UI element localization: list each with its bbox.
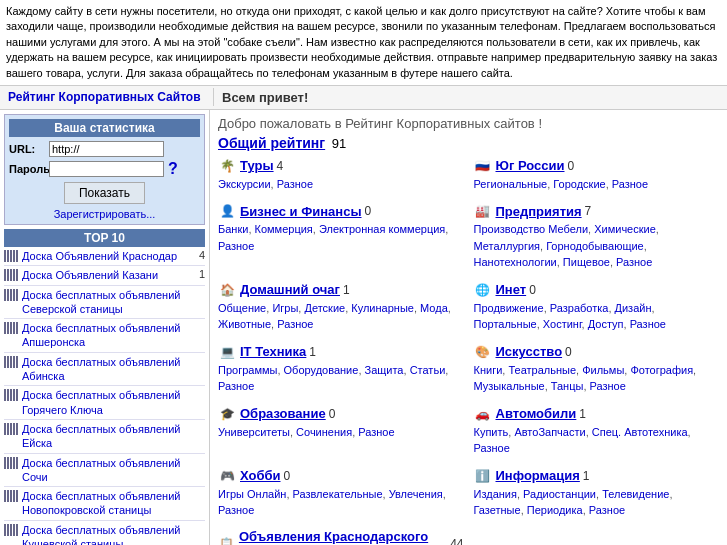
cat-link[interactable]: Разное <box>218 504 254 516</box>
cat-title[interactable]: Информация <box>496 468 580 483</box>
cat-link[interactable]: Животные <box>218 318 271 330</box>
cat-link[interactable]: Нанотехнологии <box>474 256 557 268</box>
cat-link[interactable]: Разное <box>616 256 652 268</box>
cat-link[interactable]: Фотография <box>630 364 693 376</box>
cat-title[interactable]: Объявления Краснодарского края <box>239 529 447 545</box>
cat-link[interactable]: Сочинения <box>296 426 352 438</box>
cat-link[interactable]: Разное <box>474 442 510 454</box>
cat-title[interactable]: Бизнес и Финансы <box>240 204 362 219</box>
cat-link[interactable]: Игры <box>272 302 298 314</box>
cat-link[interactable]: Игры Онлайн <box>218 488 286 500</box>
cat-link[interactable]: Телевидение <box>602 488 669 500</box>
cat-link[interactable]: Хостинг <box>543 318 582 330</box>
cat-links: Книги, Театральные, Фильмы, Фотография, … <box>474 362 720 395</box>
cat-link[interactable]: Купить <box>474 426 509 438</box>
cat-title[interactable]: Искусство <box>496 344 563 359</box>
show-button[interactable]: Показать <box>64 182 145 204</box>
cat-link[interactable]: Защита <box>365 364 404 376</box>
cat-title[interactable]: Инет <box>496 282 527 297</box>
cat-link[interactable]: Мода <box>420 302 448 314</box>
cat-link[interactable]: Портальные <box>474 318 537 330</box>
cat-link[interactable]: Спец. Автотехника <box>592 426 688 438</box>
top10-link[interactable]: Доска бесплатных объявлений Абинска <box>22 355 191 384</box>
url-input[interactable] <box>49 141 164 157</box>
top10-link[interactable]: Доска бесплатных объявлений Апшеронска <box>22 321 191 350</box>
cat-link[interactable]: Разное <box>218 380 254 392</box>
cat-link[interactable]: Оборудование <box>284 364 359 376</box>
password-input[interactable] <box>49 161 164 177</box>
cat-link[interactable]: Электронная коммерция <box>319 223 445 235</box>
cat-title[interactable]: Образование <box>240 406 326 421</box>
cat-link[interactable]: Банки <box>218 223 248 235</box>
stats-box: Ваша статистика URL: Пароль ? Показать З… <box>4 114 205 225</box>
cat-link[interactable]: Продвижение <box>474 302 544 314</box>
question-mark[interactable]: ? <box>168 160 178 178</box>
cat-link[interactable]: Книги <box>474 364 503 376</box>
cat-title[interactable]: Туры <box>240 158 274 173</box>
cat-link[interactable]: Производство Мебели <box>474 223 589 235</box>
cat-link[interactable]: Разное <box>590 380 626 392</box>
cat-link[interactable]: Экскурсии <box>218 178 271 190</box>
cat-link[interactable]: Химические <box>594 223 656 235</box>
cat-title[interactable]: Домашний очаг <box>240 282 340 297</box>
cat-icon: 🏠 <box>218 281 236 299</box>
cat-links: Игры Онлайн, Развлекательные, Увлечения,… <box>218 486 464 519</box>
top10-link[interactable]: Доска бесплатных объявлений Северской ст… <box>22 288 191 317</box>
cat-title[interactable]: Юг России <box>496 158 565 173</box>
cat-title[interactable]: Предприятия <box>496 204 582 219</box>
cat-title[interactable]: Автомобили <box>496 406 577 421</box>
cat-title[interactable]: IT Техника <box>240 344 306 359</box>
cat-link[interactable]: Издания <box>474 488 517 500</box>
cat-link[interactable]: Общение <box>218 302 266 314</box>
cat-link[interactable]: Доступ <box>588 318 624 330</box>
category-block: 📋 Объявления Краснодарского края 44 <box>218 529 464 545</box>
cat-link[interactable]: Детские <box>304 302 345 314</box>
cat-title[interactable]: Хобби <box>240 468 281 483</box>
cat-link[interactable]: Разное <box>589 504 625 516</box>
overall-rating-link[interactable]: Общий рейтинг <box>218 135 325 151</box>
cat-link[interactable]: Кулинарные <box>351 302 414 314</box>
top10-item: Доска Объявлений Краснодар 4 <box>4 247 205 266</box>
top10-link[interactable]: Доска Объявлений Краснодар <box>22 249 191 263</box>
cat-link[interactable]: Танцы <box>551 380 584 392</box>
cat-link[interactable]: Пищевое <box>563 256 610 268</box>
cat-link[interactable]: Статьи <box>410 364 446 376</box>
cat-link[interactable]: Развлекательные <box>293 488 383 500</box>
top10-link[interactable]: Доска бесплатных объявлений Новопокровск… <box>22 489 191 518</box>
cat-link[interactable]: АвтоЗапчасти <box>514 426 585 438</box>
cat-link[interactable]: Дизайн <box>615 302 652 314</box>
top10-link[interactable]: Доска Объявлений Казани <box>22 268 191 282</box>
register-link[interactable]: Зарегистрировать... <box>54 208 156 220</box>
cat-link[interactable]: Разное <box>630 318 666 330</box>
cat-link[interactable]: Горнодобывающие <box>546 240 644 252</box>
cat-link[interactable]: Музыкальные <box>474 380 545 392</box>
cat-link[interactable]: Радиостанции <box>523 488 596 500</box>
cat-link[interactable]: Театральные <box>508 364 576 376</box>
cat-link[interactable]: Периодика <box>527 504 583 516</box>
cat-link[interactable]: Металлургия <box>474 240 541 252</box>
cat-link[interactable]: Разное <box>358 426 394 438</box>
top10-item: Доска Объявлений Казани 1 <box>4 266 205 285</box>
top10-num: 4 <box>191 249 205 261</box>
cat-link[interactable]: Фильмы <box>582 364 624 376</box>
top10-link[interactable]: Доска бесплатных объявлений Ейска <box>22 422 191 451</box>
cat-link[interactable]: Газетные <box>474 504 521 516</box>
cat-link[interactable]: Увлечения <box>389 488 443 500</box>
top10-link[interactable]: Доска бесплатных объявлений Сочи <box>22 456 191 485</box>
header-left-link[interactable]: Рейтинг Корпоративных Сайтов <box>4 88 214 106</box>
cat-link[interactable]: Разное <box>218 240 254 252</box>
cat-link[interactable]: Региональные <box>474 178 548 190</box>
cat-link[interactable]: Разработка <box>550 302 609 314</box>
cat-link[interactable]: Разное <box>277 178 313 190</box>
category-block: 👤 Бизнес и Финансы 0 Банки, Коммерция, Э… <box>218 202 464 271</box>
cat-link[interactable]: Программы <box>218 364 277 376</box>
top10-link[interactable]: Доска бесплатных объявлений Кущевской ст… <box>22 523 191 545</box>
cat-link[interactable]: Разное <box>277 318 313 330</box>
top10-item: Доска бесплатных объявлений Ейска <box>4 420 205 454</box>
top10-link[interactable]: Доска бесплатных объявлений Горячего Клю… <box>22 388 191 417</box>
cat-count: 1 <box>583 469 590 483</box>
cat-link[interactable]: Университеты <box>218 426 290 438</box>
cat-link[interactable]: Разное <box>612 178 648 190</box>
cat-link[interactable]: Городские <box>553 178 605 190</box>
cat-link[interactable]: Коммерция <box>255 223 313 235</box>
